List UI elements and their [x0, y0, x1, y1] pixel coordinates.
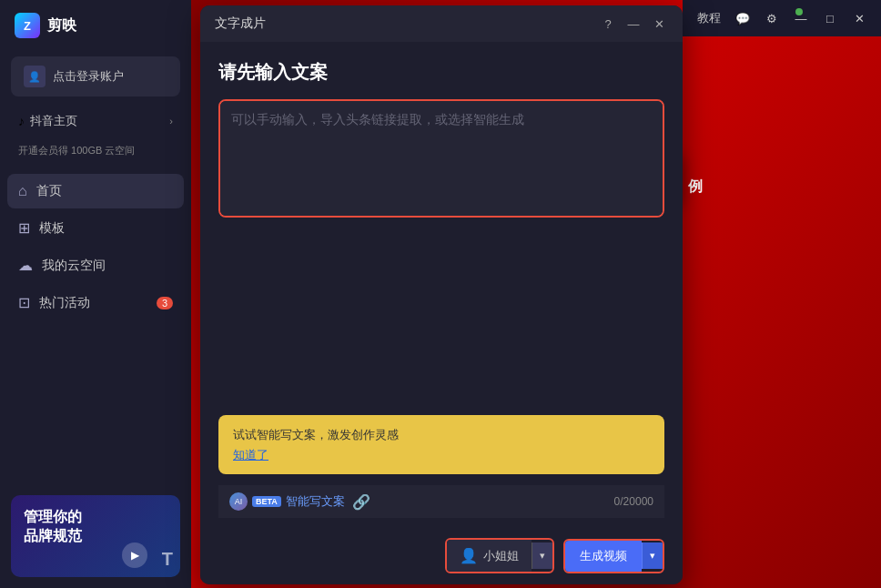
- dialog-titlebar: 文字成片 ? — ✕: [200, 5, 683, 42]
- generate-dropdown-arrow[interactable]: ▾: [642, 542, 663, 569]
- tooltip-dismiss-link[interactable]: 知道了: [233, 447, 650, 463]
- tiktok-arrow-icon: ›: [169, 116, 173, 127]
- dialog-help-button[interactable]: ?: [599, 15, 617, 33]
- sidebar-cloud-label: 我的云空间: [42, 258, 106, 274]
- dialog-footer: 👤 小姐姐 ▾ 生成视频 ▾: [200, 527, 683, 584]
- brand-play-icon: ▶: [122, 542, 147, 568]
- activity-icon: ⊡: [18, 294, 30, 311]
- ai-write-button[interactable]: AI BETA 智能写文案: [229, 492, 345, 511]
- beta-badge: BETA: [252, 496, 281, 507]
- cloud-icon: ☁: [18, 257, 33, 274]
- dialog-heading: 请先输入文案: [218, 60, 664, 85]
- tiktok-icon: ♪: [18, 114, 25, 128]
- tiktok-home-link[interactable]: ♪ 抖音主页 ›: [11, 107, 180, 135]
- sidebar-item-activity[interactable]: ⊡ 热门活动 3: [7, 285, 184, 320]
- sidebar-item-home[interactable]: ⌂ 首页: [7, 174, 184, 208]
- home-icon: ⌂: [18, 183, 27, 199]
- app-name: 剪映: [47, 16, 76, 35]
- dialog-title: 文字成片: [215, 15, 266, 32]
- tooltip-text: 试试智能写文案，激发创作灵感: [233, 426, 650, 444]
- link-icon-button[interactable]: 🔗: [352, 493, 370, 511]
- sidebar-logo: Z 剪映: [0, 0, 191, 51]
- avatar-icon: 👤: [460, 547, 478, 564]
- avatar-label: 小姐姐: [483, 548, 519, 564]
- char-count: 0/20000: [614, 495, 653, 508]
- tiktok-text: 抖音主页: [30, 113, 77, 129]
- dialog-minimize-button[interactable]: —: [624, 15, 643, 33]
- sidebar-item-template[interactable]: ⊞ 模板: [7, 210, 184, 246]
- generate-label: 生成视频: [580, 549, 627, 563]
- dialog-close-button[interactable]: ✕: [650, 15, 668, 33]
- text-to-video-dialog: 文字成片 ? — ✕ 请先输入文案 试试智能写文案，激发创作灵感 知道了 AI …: [200, 5, 683, 584]
- brand-T-icon: T: [162, 549, 173, 570]
- notification-icon[interactable]: 💬: [730, 5, 755, 31]
- login-icon: 👤: [24, 66, 46, 87]
- membership-text[interactable]: 开通会员得 100GB 云空间: [11, 140, 180, 161]
- activity-badge: 3: [157, 297, 173, 309]
- login-button[interactable]: 👤 点击登录账户: [11, 56, 180, 96]
- sidebar-home-label: 首页: [36, 183, 62, 199]
- app-logo-icon: Z: [15, 13, 40, 38]
- status-dot: [795, 8, 803, 15]
- maximize-icon[interactable]: □: [817, 5, 843, 31]
- tooltip-banner: 试试智能写文案，激发创作灵感 知道了: [218, 415, 664, 475]
- brand-title: 管理你的 品牌规范: [24, 508, 167, 546]
- top-bar: 教程 💬 ⚙ — □ ✕: [683, 0, 881, 36]
- ai-icon: AI: [229, 492, 248, 511]
- settings-icon[interactable]: ⚙: [759, 5, 785, 31]
- avatar-dropdown-arrow[interactable]: ▾: [532, 542, 552, 569]
- close-icon[interactable]: ✕: [846, 5, 872, 31]
- ai-write-label: 智能写文案: [286, 493, 345, 510]
- textarea-container: [218, 99, 664, 218]
- sidebar: Z 剪映 👤 点击登录账户 ♪ 抖音主页 › 开通会员得 100GB 云空间 ⌂…: [0, 0, 191, 588]
- generate-video-button[interactable]: 生成视频 ▾: [563, 539, 664, 573]
- bottom-toolbar: AI BETA 智能写文案 🔗 0/20000: [218, 485, 664, 518]
- sidebar-activity-label: 热门活动: [39, 295, 90, 311]
- main-text-input[interactable]: [220, 101, 663, 216]
- login-text: 点击登录账户: [53, 68, 124, 85]
- sidebar-bottom: 管理你的 品牌规范 ▶ T: [0, 484, 191, 588]
- tutorial-label: 教程: [692, 10, 726, 26]
- avatar-selector[interactable]: 👤 小姐姐 ▾: [445, 538, 554, 573]
- sidebar-item-cloud[interactable]: ☁ 我的云空间: [7, 248, 184, 283]
- sidebar-template-label: 模板: [39, 220, 65, 237]
- brand-card[interactable]: 管理你的 品牌规范 ▶ T: [11, 495, 180, 577]
- template-icon: ⊞: [18, 219, 30, 237]
- dialog-body: 请先输入文案 试试智能写文案，激发创作灵感 知道了 AI BETA 智能写文案 …: [200, 42, 683, 527]
- rei-label: 例: [688, 177, 703, 197]
- sidebar-nav: ⌂ 首页 ⊞ 模板 ☁ 我的云空间 ⊡ 热门活动 3: [0, 174, 191, 484]
